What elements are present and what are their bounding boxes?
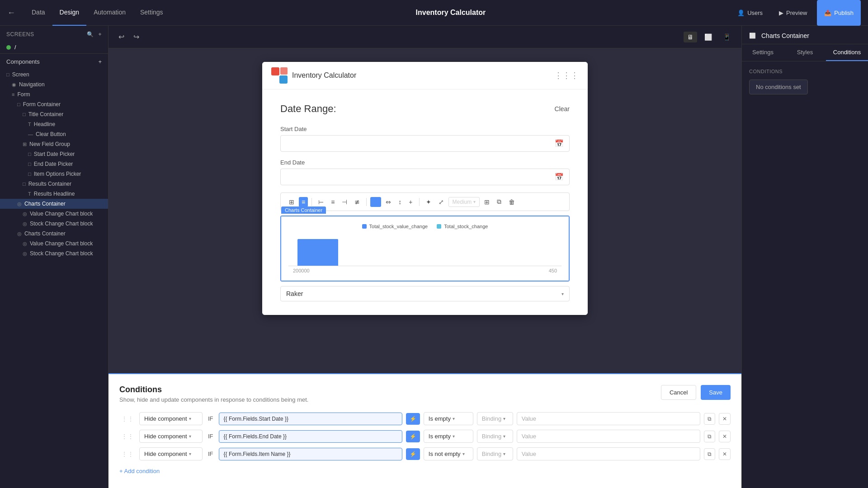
chart-tool-1[interactable]: ⊞ <box>286 197 297 207</box>
nav-tab-settings[interactable]: Settings <box>133 0 170 26</box>
chart-tool-align-right[interactable]: ⊣ <box>339 197 350 207</box>
delete-button-3[interactable]: ✕ <box>719 448 731 460</box>
tab-conditions[interactable]: Conditions <box>826 44 868 61</box>
chart-tool-justify[interactable]: ≢ <box>352 197 363 207</box>
if-label-2: IF <box>206 433 215 440</box>
nav-tab-design[interactable]: Design <box>52 0 87 26</box>
item-select-chevron: ▾ <box>561 291 564 296</box>
tree-item-value-change-1[interactable]: ◎ Value Change Chart block <box>0 209 108 219</box>
item-select-field[interactable]: Raker ▾ <box>280 286 570 301</box>
chart-tool-blue[interactable]: ⊞ <box>370 197 381 207</box>
tree-item-form[interactable]: ≡ Form <box>0 89 108 99</box>
search-icon[interactable]: 🔍 <box>87 31 94 38</box>
binding-field-2[interactable]: {{ Form.Fields.End Date }} <box>219 430 402 443</box>
chart-tool-grid[interactable]: ⊞ <box>481 197 492 207</box>
cancel-button[interactable]: Cancel <box>661 385 696 400</box>
clear-button[interactable]: Clear <box>555 105 570 113</box>
tree-item-title-container[interactable]: □ Title Container <box>0 109 108 119</box>
copy-button-1[interactable]: ⧉ <box>704 413 715 425</box>
tree-item-item-options-picker[interactable]: □ Item Options Picker <box>0 169 108 179</box>
end-date-input[interactable]: 📅 <box>280 169 570 185</box>
desktop-view-button[interactable]: 🖥 <box>684 32 697 42</box>
tree-item-stock-change-2[interactable]: ◎ Stock Change Chart block <box>0 249 108 258</box>
tab-settings[interactable]: Settings <box>742 44 784 61</box>
chart-tool-copy[interactable]: ⧉ <box>494 197 504 207</box>
add-condition-button[interactable]: + Add condition <box>119 465 160 477</box>
undo-button[interactable]: ↩ <box>116 31 127 43</box>
chart-tool-arrows2[interactable]: ↕ <box>396 197 404 207</box>
chart-tool-align-left[interactable]: ⊢ <box>316 197 326 207</box>
start-date-field[interactable] <box>286 140 555 147</box>
conditions-actions: Cancel Save <box>661 385 731 400</box>
chart-tool-2[interactable]: ≡ <box>299 197 308 207</box>
mobile-view-button[interactable]: 📱 <box>719 32 734 42</box>
end-date-label: End Date <box>280 159 570 166</box>
action-select-1[interactable]: Hide component ▾ <box>139 412 203 425</box>
tree-item-stock-change-1[interactable]: ◎ Stock Change Chart block <box>0 219 108 229</box>
tree-item-charts-container-1[interactable]: ◎ Charts Container <box>0 199 108 209</box>
add-component-icon[interactable]: + <box>98 58 102 65</box>
tree-item-end-date-picker[interactable]: □ End Date Picker <box>0 159 108 169</box>
tree-item-new-field-group[interactable]: ⊞ New Field Group <box>0 139 108 149</box>
drag-handle-1[interactable]: ⋮⋮ <box>119 413 136 424</box>
lightning-button-1[interactable]: ⚡ <box>406 413 420 425</box>
stock-change-1-icon: ◎ <box>23 221 27 227</box>
chart-tool-plus[interactable]: + <box>406 197 415 207</box>
tree-item-value-change-2[interactable]: ◎ Value Change Chart block <box>0 239 108 249</box>
value-field-2[interactable]: Value <box>517 430 700 443</box>
end-date-field[interactable] <box>286 174 555 181</box>
start-date-calendar-icon[interactable]: 📅 <box>555 139 564 148</box>
tree-item-headline[interactable]: T Headline <box>0 119 108 129</box>
lightning-button-3[interactable]: ⚡ <box>406 448 420 460</box>
drag-handle-2[interactable]: ⋮⋮ <box>119 431 136 442</box>
nav-tab-automation[interactable]: Automation <box>86 0 133 26</box>
save-button[interactable]: Save <box>701 385 731 400</box>
redo-button[interactable]: ↪ <box>131 31 142 43</box>
binding-label-1[interactable]: Binding ▾ <box>477 412 513 425</box>
tree-item-start-date-picker[interactable]: □ Start Date Picker <box>0 149 108 159</box>
chart-tool-align-center[interactable]: ≡ <box>328 197 337 207</box>
binding-label-2[interactable]: Binding ▾ <box>477 430 513 443</box>
tree-item-results-container[interactable]: □ Results Container <box>0 179 108 189</box>
app-grid-icon[interactable]: ⋮⋮⋮ <box>554 70 579 80</box>
preview-button[interactable]: ▶ Preview <box>773 7 813 19</box>
tree-item-charts-container-2[interactable]: ◎ Charts Container <box>0 229 108 239</box>
tab-styles[interactable]: Styles <box>784 44 826 61</box>
value-field-3[interactable]: Value <box>517 447 700 460</box>
tree-item-navigation[interactable]: ◉ Navigation <box>0 80 108 89</box>
operator-select-3[interactable]: Is not empty ▾ <box>424 447 473 460</box>
nav-tab-data[interactable]: Data <box>24 0 52 26</box>
operator-select-1[interactable]: Is empty ▾ <box>424 412 473 425</box>
tablet-view-button[interactable]: ⬜ <box>701 32 716 42</box>
chart-tool-expand[interactable]: ⤢ <box>436 197 447 207</box>
tree-item-form-container[interactable]: □ Form Container <box>0 99 108 109</box>
chart-tool-delete[interactable]: 🗑 <box>506 197 518 207</box>
screen-item-root[interactable]: / <box>0 41 108 53</box>
drag-handle-3[interactable]: ⋮⋮ <box>119 449 136 460</box>
start-date-input[interactable]: 📅 <box>280 135 570 152</box>
value-field-1[interactable]: Value <box>517 412 700 425</box>
tree-item-results-headline[interactable]: T Results Headline <box>0 189 108 199</box>
tree-item-clear-button[interactable]: — Clear Button <box>0 129 108 139</box>
binding-label-3[interactable]: Binding ▾ <box>477 447 513 460</box>
tree-item-screen[interactable]: □ Screen <box>0 70 108 80</box>
action-select-2[interactable]: Hide component ▾ <box>139 430 203 443</box>
copy-button-3[interactable]: ⧉ <box>704 448 715 460</box>
chart-medium-dropdown[interactable]: Medium ▾ <box>448 197 480 207</box>
operator-select-2[interactable]: Is empty ▾ <box>424 430 473 443</box>
end-date-calendar-icon[interactable]: 📅 <box>555 173 564 181</box>
add-screen-icon[interactable]: + <box>98 31 102 38</box>
chart-tool-pointer[interactable]: ✦ <box>423 197 434 207</box>
delete-button-1[interactable]: ✕ <box>719 413 731 425</box>
binding-field-3[interactable]: {{ Form.Fields.Item Name }} <box>219 448 402 460</box>
users-button[interactable]: 👤 Users <box>731 7 769 19</box>
chart-tool-arrows[interactable]: ⇔ <box>383 197 394 207</box>
conditions-section-title: CONDITIONS <box>749 69 861 74</box>
lightning-button-2[interactable]: ⚡ <box>406 431 420 442</box>
binding-field-1[interactable]: {{ Form.Fields.Start Date }} <box>219 413 402 425</box>
copy-button-2[interactable]: ⧉ <box>704 431 715 442</box>
publish-button[interactable]: 📤 Publish <box>817 0 861 26</box>
back-button[interactable]: ← <box>7 8 15 18</box>
delete-button-2[interactable]: ✕ <box>719 431 731 442</box>
action-select-3[interactable]: Hide component ▾ <box>139 447 203 460</box>
